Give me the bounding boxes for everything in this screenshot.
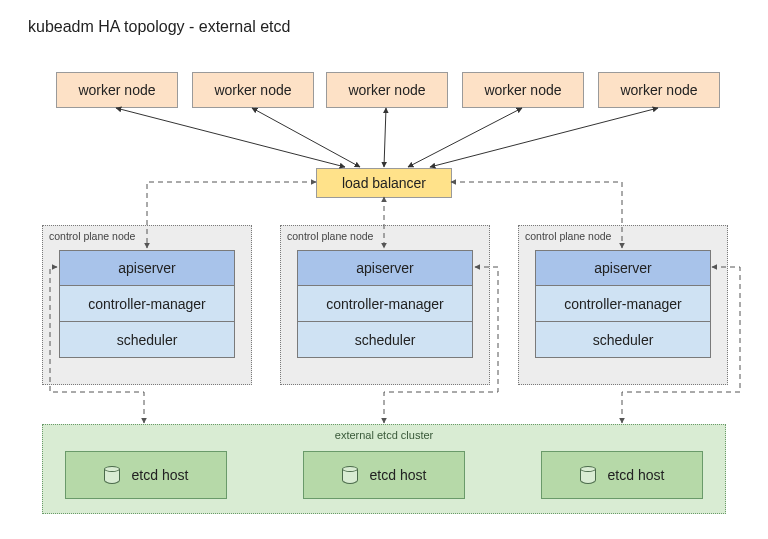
worker-node: worker node [598, 72, 720, 108]
control-plane-label: control plane node [525, 230, 611, 242]
etcd-cluster-label: external etcd cluster [43, 429, 725, 441]
etcd-host-label: etcd host [370, 467, 427, 483]
database-icon [342, 466, 358, 484]
worker-node: worker node [192, 72, 314, 108]
controller-manager: controller-manager [535, 286, 711, 322]
load-balancer: load balancer [316, 168, 452, 198]
worker-node: worker node [326, 72, 448, 108]
etcd-host: etcd host [65, 451, 227, 499]
etcd-host-label: etcd host [608, 467, 665, 483]
control-plane-node: control plane node apiserver controller-… [518, 225, 728, 385]
control-plane-node: control plane node apiserver controller-… [280, 225, 490, 385]
svg-line-3 [408, 108, 522, 167]
worker-node: worker node [462, 72, 584, 108]
svg-line-2 [384, 108, 386, 167]
control-plane-label: control plane node [49, 230, 135, 242]
database-icon [580, 466, 596, 484]
scheduler: scheduler [59, 322, 235, 358]
worker-label: worker node [214, 82, 291, 98]
etcd-host-label: etcd host [132, 467, 189, 483]
scheduler: scheduler [535, 322, 711, 358]
load-balancer-label: load balancer [342, 175, 426, 191]
apiserver: apiserver [535, 250, 711, 286]
worker-label: worker node [620, 82, 697, 98]
etcd-cluster: external etcd cluster etcd host etcd hos… [42, 424, 726, 514]
control-plane-node: control plane node apiserver controller-… [42, 225, 252, 385]
controller-manager: controller-manager [297, 286, 473, 322]
apiserver: apiserver [59, 250, 235, 286]
svg-line-1 [252, 108, 360, 167]
worker-node: worker node [56, 72, 178, 108]
worker-label: worker node [78, 82, 155, 98]
etcd-host: etcd host [303, 451, 465, 499]
etcd-host: etcd host [541, 451, 703, 499]
worker-label: worker node [348, 82, 425, 98]
controller-manager: controller-manager [59, 286, 235, 322]
apiserver: apiserver [297, 250, 473, 286]
database-icon [104, 466, 120, 484]
scheduler: scheduler [297, 322, 473, 358]
svg-line-0 [116, 108, 345, 167]
diagram-title: kubeadm HA topology - external etcd [28, 18, 290, 36]
svg-line-4 [430, 108, 658, 167]
control-plane-label: control plane node [287, 230, 373, 242]
worker-label: worker node [484, 82, 561, 98]
